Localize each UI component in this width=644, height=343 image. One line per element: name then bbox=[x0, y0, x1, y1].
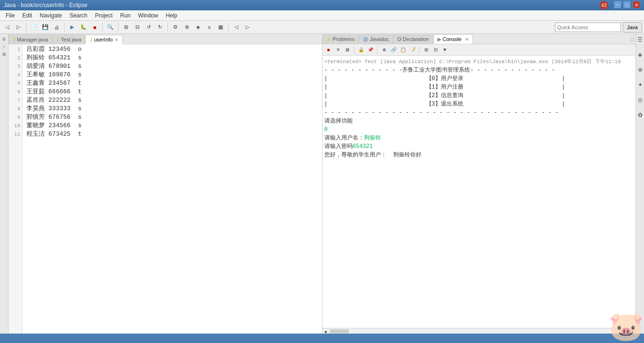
toolbar-sep-4 bbox=[118, 23, 118, 32]
toolbar-back[interactable]: ◁ bbox=[2, 22, 12, 33]
console-expand-btn[interactable]: ⊞ bbox=[422, 46, 430, 54]
tab-close-console[interactable]: ✕ bbox=[465, 37, 469, 42]
maximize-console-icon[interactable]: □ bbox=[630, 36, 634, 42]
rsidebar-icon-4[interactable]: ✦ bbox=[636, 81, 644, 89]
menu-navigate[interactable]: Navigate bbox=[36, 11, 66, 20]
toolbar-7[interactable]: ◈ bbox=[193, 22, 203, 33]
main-toolbar: ◁ ▷ 📄 💾 🖨 ▶ 🐛 ■ 🔍 ⊞ ⊟ ↺ ↻ ⚙ ⊕ ◈ ≡ ▦ ◁ ▷ … bbox=[0, 21, 644, 34]
rsidebar-icon-3[interactable]: ⊕ bbox=[636, 66, 644, 74]
left-sidebar: ≡ ↕ ⊞ bbox=[0, 34, 8, 334]
console-link-btn[interactable]: 🔗 bbox=[389, 46, 398, 54]
toolbar-run[interactable]: ▶ bbox=[67, 22, 77, 33]
sidebar-icon-1[interactable]: ≡ bbox=[1, 36, 8, 42]
console-sep-2 bbox=[377, 46, 378, 54]
toolbar-2[interactable]: ⊟ bbox=[132, 22, 142, 33]
console-scroll-lock-btn[interactable]: 🔒 bbox=[357, 46, 365, 54]
toolbar-debug[interactable]: 🐛 bbox=[78, 22, 89, 33]
perspective-java-button[interactable]: Java bbox=[623, 22, 642, 33]
code-line-7: 孟肖肖 222222 s bbox=[26, 96, 318, 105]
console-output[interactable]: <terminated> Test [Java Application] C:\… bbox=[322, 56, 636, 328]
quick-access-area: Java bbox=[555, 22, 642, 33]
console-prompt-3: 请输入密码654321 bbox=[324, 142, 634, 151]
quick-access-input[interactable] bbox=[555, 23, 621, 32]
rsidebar-icon-5[interactable]: ◎ bbox=[636, 96, 644, 104]
code-line-11: 程玉洁 673425 t bbox=[26, 130, 318, 139]
toolbar-save[interactable]: 💾 bbox=[40, 22, 50, 33]
toolbar-print[interactable]: 🖨 bbox=[51, 22, 62, 33]
toolbar-4[interactable]: ↻ bbox=[155, 22, 165, 33]
toolbar-3[interactable]: ↺ bbox=[143, 22, 154, 33]
window-title: Java - book/src/userInfo - Eclipse bbox=[4, 2, 600, 8]
console-menu-1: | 【1】用户注册 | bbox=[324, 83, 634, 91]
toolbar-stop[interactable]: ■ bbox=[90, 22, 100, 33]
toolbar-search[interactable]: 🔍 bbox=[105, 22, 116, 33]
javadoc-icon: @ bbox=[363, 36, 368, 42]
sidebar-icon-3[interactable]: ⊞ bbox=[1, 51, 8, 57]
console-tab-actions: □ bbox=[630, 36, 636, 42]
menu-project[interactable]: Project bbox=[91, 11, 116, 20]
maximize-button[interactable]: □ bbox=[623, 1, 631, 8]
right-panel: ⚠ Problems @ Javadoc D Declaration ▶ Con… bbox=[322, 34, 636, 334]
console-scrollbar-h[interactable]: ◂ ▸ bbox=[322, 328, 636, 334]
console-sep-1 bbox=[354, 46, 355, 54]
console-result: 您好，尊敬的学生用户： 荆振铃你好 bbox=[324, 151, 634, 159]
toolbar-forward[interactable]: ▷ bbox=[13, 22, 24, 33]
toolbar-5[interactable]: ⚙ bbox=[170, 22, 181, 33]
toolbar-9[interactable]: ▦ bbox=[215, 22, 226, 33]
console-clear-btn[interactable]: ⊠ bbox=[343, 46, 352, 54]
tab-javadoc-label: Javadoc bbox=[370, 36, 389, 42]
menu-window[interactable]: Window bbox=[134, 11, 162, 20]
menu-search[interactable]: Search bbox=[66, 11, 91, 20]
java-file-icon-3: J bbox=[90, 37, 92, 42]
console-copy-btn[interactable]: 📋 bbox=[399, 46, 407, 54]
tab-console-label: Console bbox=[443, 36, 462, 42]
console-paste-btn[interactable]: 📝 bbox=[408, 46, 417, 54]
tab-declaration-label: Declaration bbox=[403, 36, 429, 42]
console-new-btn[interactable]: ⊕ bbox=[380, 46, 388, 54]
tab-userinfo[interactable]: J userInfo ✕ bbox=[85, 35, 123, 44]
console-tabs: ⚠ Problems @ Javadoc D Declaration ▶ Con… bbox=[322, 34, 636, 44]
minimize-button[interactable]: ─ bbox=[614, 1, 621, 8]
tab-manager-java[interactable]: J Manager.java bbox=[8, 34, 52, 44]
console-terminate-btn[interactable]: ■ bbox=[324, 46, 333, 54]
toolbar-new[interactable]: 📄 bbox=[29, 22, 39, 33]
toolbar-11[interactable]: ▷ bbox=[242, 22, 253, 33]
menu-help[interactable]: Help bbox=[162, 11, 182, 20]
toolbar-8[interactable]: ≡ bbox=[204, 22, 215, 33]
tab-problems[interactable]: ⚠ Problems bbox=[322, 34, 359, 44]
code-content: 吕彩霞 123456 o 荆振铃 654321 s 胡爱清 678901 s 王… bbox=[23, 44, 322, 334]
editor-area: J Manager.java J Test.java J userInfo ✕ … bbox=[8, 34, 322, 334]
tab-close-userinfo[interactable]: ✕ bbox=[115, 37, 118, 42]
toolbar-6[interactable]: ⊕ bbox=[182, 22, 192, 33]
toolbar-1[interactable]: ⊞ bbox=[121, 22, 131, 33]
code-line-9: 郭慎芳 676756 s bbox=[26, 113, 318, 122]
rsidebar-icon-6[interactable]: ✿ bbox=[636, 111, 644, 119]
menu-edit[interactable]: Edit bbox=[18, 11, 36, 20]
close-button[interactable]: ✕ bbox=[633, 1, 640, 8]
toolbar-10[interactable]: ◁ bbox=[231, 22, 241, 33]
title-bar: Java - book/src/userInfo - Eclipse 43 ─ … bbox=[0, 0, 644, 10]
sidebar-icon-2[interactable]: ↕ bbox=[1, 43, 8, 50]
console-terminated-line: <terminated> Test [Java Application] C:\… bbox=[324, 57, 634, 66]
tab-console[interactable]: ▶ Console ✕ bbox=[433, 34, 473, 44]
tab-javadoc[interactable]: @ Javadoc bbox=[359, 34, 393, 44]
console-pin-btn[interactable]: 📌 bbox=[366, 46, 375, 54]
scroll-right-btn[interactable]: ▸ bbox=[632, 329, 636, 333]
console-collapse-btn[interactable]: ⊟ bbox=[431, 46, 440, 54]
console-separator-2: - - - - - - - - - - - - - - - - - - - - … bbox=[324, 108, 634, 117]
code-line-1: 吕彩霞 123456 o bbox=[26, 45, 318, 54]
tab-test-java[interactable]: J Test.java bbox=[52, 34, 85, 44]
console-password: 654321 bbox=[353, 143, 373, 150]
scroll-thumb-h[interactable] bbox=[330, 329, 349, 333]
tab-test-label: Test.java bbox=[61, 37, 81, 42]
rsidebar-icon-2[interactable]: ◈ bbox=[636, 51, 644, 58]
menu-file[interactable]: File bbox=[2, 11, 18, 20]
scroll-left-btn[interactable]: ◂ bbox=[324, 329, 328, 333]
console-toolbar: ■ ✕ ⊠ 🔒 📌 ⊕ 🔗 📋 📝 ⊞ ⊟ ▼ bbox=[322, 44, 636, 56]
rsidebar-icon-1[interactable]: ☰ bbox=[636, 36, 644, 43]
menu-run[interactable]: Run bbox=[116, 11, 134, 20]
console-settings-btn[interactable]: ▼ bbox=[441, 46, 449, 54]
counter-badge: 43 bbox=[600, 1, 608, 9]
tab-declaration[interactable]: D Declaration bbox=[393, 34, 433, 44]
console-stop-btn[interactable]: ✕ bbox=[334, 46, 342, 54]
